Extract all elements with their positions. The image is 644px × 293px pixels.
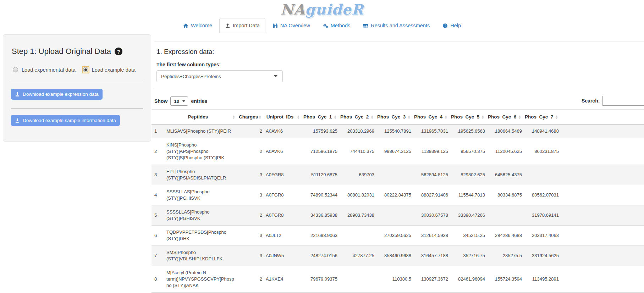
value-cell: 180664.5469 bbox=[486, 125, 523, 138]
value-cell: 860231.875 bbox=[523, 138, 560, 165]
divider bbox=[154, 90, 644, 90]
tab-methods[interactable]: Methods bbox=[317, 18, 356, 33]
sort-icon: ▲▼ bbox=[371, 115, 374, 119]
download-sample-information-button[interactable]: Download example sample information data bbox=[11, 115, 120, 126]
value-cell: 80334.6875 bbox=[486, 185, 523, 205]
value-cell: 80801.82031 bbox=[338, 185, 375, 205]
column-header-peptides[interactable]: Peptides▲▼ bbox=[164, 110, 237, 125]
column-header-phos-cyc-7[interactable]: Phos_Cyc_7▲▼ bbox=[523, 110, 560, 125]
charge-cell: 3 bbox=[237, 246, 263, 266]
value-cell: 270359.5625 bbox=[375, 226, 412, 246]
value-cell: 744410.375 bbox=[338, 138, 375, 165]
page-length-select[interactable]: 10 bbox=[170, 96, 188, 106]
table-row: 6 TQDPVPPETPSDS[Phospho (STY)]DHK 3 A0JL… bbox=[152, 226, 644, 246]
sort-icon: ▲▼ bbox=[297, 115, 300, 119]
data-source-radios: Load experimental data Load example data bbox=[12, 66, 143, 73]
peptide-cell: M[Acetyl (Protein N-term)]NPVYSPGSSGVPY[… bbox=[164, 266, 237, 293]
value-cell: 998674.3125 bbox=[375, 138, 412, 165]
value-cell: 30830.67578 bbox=[412, 205, 449, 226]
tab-label: NA Overview bbox=[280, 23, 310, 28]
table-row: 1 MLISAVS[Phospho (STY)]PEIR 2 A0AVK6 15… bbox=[152, 125, 644, 138]
expression-data-heading: 1. Expression data: bbox=[156, 48, 644, 56]
spacer-cell bbox=[560, 185, 644, 205]
value-cell: 352716.75 bbox=[449, 246, 486, 266]
caret-down-icon bbox=[182, 100, 185, 102]
button-label: Download example sample information data bbox=[23, 118, 116, 123]
value-cell bbox=[523, 165, 560, 185]
value-cell: 80562.07031 bbox=[523, 185, 560, 205]
expression-data-table: Peptides▲▼ Charges▲▼ Uniprot_IDs▲▼ Phos_… bbox=[152, 109, 644, 293]
radio-load-experimental[interactable]: Load experimental data bbox=[12, 66, 76, 73]
table-header-row: Peptides▲▼ Charges▲▼ Uniprot_IDs▲▼ Phos_… bbox=[152, 110, 644, 125]
value-cell bbox=[375, 205, 412, 226]
radio-circle-icon bbox=[13, 67, 18, 72]
column-types-selected-value: Peptides+Charges+Proteins bbox=[161, 74, 221, 79]
sort-icon: ▲▼ bbox=[259, 115, 262, 119]
column-header-uniprot-ids[interactable]: Uniprot_IDs▲▼ bbox=[263, 110, 301, 125]
download-icon bbox=[15, 92, 20, 97]
radio-load-example[interactable]: Load example data bbox=[82, 66, 136, 73]
value-cell: 80222.84375 bbox=[375, 185, 412, 205]
sort-icon: ▲▼ bbox=[481, 115, 484, 119]
nav-tabs: Welcome Import Data NA Overview Methods … bbox=[0, 18, 644, 33]
charge-cell: 2 bbox=[237, 138, 263, 165]
search-control: Search: bbox=[582, 96, 644, 106]
logo-part-blue: guideR bbox=[305, 1, 364, 18]
charge-cell: 2 bbox=[237, 205, 263, 226]
sort-icon: ▲▼ bbox=[408, 115, 411, 119]
column-header-phos-cyc-4[interactable]: Phos_Cyc_4▲▼ bbox=[412, 110, 449, 125]
download-icon bbox=[15, 118, 20, 123]
column-header-phos-cyc-1[interactable]: Phos_Cyc_1▲▼ bbox=[301, 110, 338, 125]
sort-icon: ▲▼ bbox=[445, 115, 447, 119]
row-number: 8 bbox=[152, 266, 164, 293]
value-cell: 645625.4375 bbox=[486, 165, 523, 185]
row-number: 2 bbox=[152, 138, 164, 165]
table-row: 7 SMS[Phospho (STY)]VDLSHIPLKDPLLFK 3 A0… bbox=[152, 246, 644, 266]
column-header-phos-cyc-5[interactable]: Phos_Cyc_5▲▼ bbox=[449, 110, 486, 125]
tab-help[interactable]: Help bbox=[437, 18, 467, 33]
value-cell: 195625.6563 bbox=[449, 125, 486, 138]
caret-down-icon bbox=[274, 75, 277, 77]
row-number: 7 bbox=[152, 246, 164, 266]
value-cell: 79679.09375 bbox=[301, 266, 338, 293]
value-cell: 639703 bbox=[338, 165, 375, 185]
panel-title-text: Step 1: Upload Original Data bbox=[12, 47, 111, 56]
search-input[interactable] bbox=[602, 96, 644, 106]
tab-import-data[interactable]: Import Data bbox=[219, 18, 265, 33]
tab-results-assessments[interactable]: Results and Assessments bbox=[357, 18, 435, 33]
value-cell: 345215.25 bbox=[449, 226, 486, 246]
spacer-cell bbox=[560, 246, 644, 266]
column-header-phos-cyc-6[interactable]: Phos_Cyc_6▲▼ bbox=[486, 110, 523, 125]
info-icon bbox=[442, 23, 448, 28]
uniprot-cell: A0FGR8 bbox=[263, 165, 301, 185]
column-types-select[interactable]: Peptides+Charges+Proteins bbox=[156, 70, 283, 82]
column-header-charges[interactable]: Charges▲▼ bbox=[237, 110, 263, 125]
table-row: 2 KINS[Phospho (STY)]APS[Phospho (STY)]S… bbox=[152, 138, 644, 165]
value-cell: 284286.4688 bbox=[486, 226, 523, 246]
charge-cell: 3 bbox=[237, 165, 263, 185]
column-header-phos-cyc-3[interactable]: Phos_Cyc_3▲▼ bbox=[375, 110, 412, 125]
peptide-cell: SSSSLLAS[Phospho (STY)]PGHISVK bbox=[164, 205, 237, 226]
value-cell bbox=[338, 266, 375, 293]
row-number: 1 bbox=[152, 125, 164, 138]
value-cell: 113495.2891 bbox=[523, 266, 560, 293]
sort-icon: ▲▼ bbox=[232, 115, 235, 119]
download-expression-data-button[interactable]: Download example expression data bbox=[11, 89, 103, 100]
page-length-value: 10 bbox=[174, 99, 179, 104]
charge-cell: 3 bbox=[237, 226, 263, 246]
value-cell: 511129.6875 bbox=[301, 165, 338, 185]
tab-label: Import Data bbox=[233, 23, 260, 28]
column-header-phos-cyc-2[interactable]: Phos_Cyc_2▲▼ bbox=[338, 110, 375, 125]
tab-welcome[interactable]: Welcome bbox=[177, 18, 218, 33]
question-help-icon[interactable]: ? bbox=[115, 48, 122, 55]
row-number: 6 bbox=[152, 226, 164, 246]
row-number: 5 bbox=[152, 205, 164, 226]
value-cell: 427877.25 bbox=[338, 246, 375, 266]
tab-na-overview[interactable]: NA Overview bbox=[267, 18, 316, 33]
column-types-label: The first few column types: bbox=[156, 62, 644, 67]
table-row: 8 M[Acetyl (Protein N-term)]NPVYSPGSSGVP… bbox=[152, 266, 644, 293]
gears-icon bbox=[323, 23, 328, 28]
value-cell: 155724.3594 bbox=[486, 266, 523, 293]
value-cell bbox=[486, 205, 523, 226]
peptide-cell: KINS[Phospho (STY)]APS[Phospho (STY)]S[P… bbox=[164, 138, 237, 165]
